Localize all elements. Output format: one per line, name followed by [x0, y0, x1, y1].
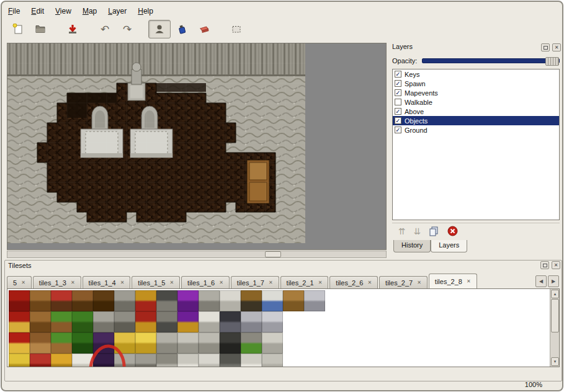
tile-2-11[interactable]	[241, 332, 262, 354]
tile-2-12[interactable]	[262, 332, 283, 354]
tile-2-3[interactable]	[72, 332, 93, 354]
tileset-tab-tiles_2_1[interactable]: tiles_2_1✕	[280, 276, 329, 288]
tile-0-9[interactable]	[199, 290, 220, 311]
fill-tool-button[interactable]	[171, 20, 193, 38]
tab-scroll-left-button[interactable]: ◀	[535, 275, 547, 287]
tile-0-0[interactable]	[9, 290, 30, 311]
tileset-tab-tiles_1_5[interactable]: tiles_1_5✕	[132, 276, 180, 288]
tab-scroll-right-button[interactable]: ▶	[548, 275, 559, 287]
tile-1-0[interactable]	[9, 311, 30, 332]
layer-row-keys[interactable]: ✓Keys	[393, 69, 559, 79]
tileset-tab-5[interactable]: 5✕	[7, 276, 32, 288]
tileset-tab-tiles_2_8[interactable]: tiles_2_8✕	[429, 274, 477, 288]
tileset-tab-tiles_2_6[interactable]: tiles_2_6✕	[329, 276, 378, 288]
tab-close-icon[interactable]: ✕	[417, 280, 421, 285]
layer-row-above[interactable]: ✓Above	[393, 107, 559, 116]
tile-3-3[interactable]	[72, 354, 93, 367]
menu-view[interactable]: View	[55, 7, 71, 16]
tile-0-11[interactable]	[241, 290, 262, 311]
menu-layer[interactable]: Layer	[108, 7, 127, 16]
opacity-slider-handle[interactable]	[545, 57, 559, 66]
delete-layer-button[interactable]	[447, 226, 458, 236]
tile-0-12[interactable]	[262, 290, 283, 311]
tile-1-9[interactable]	[199, 311, 220, 332]
tile-3-13[interactable]	[283, 354, 304, 367]
tile-0-2[interactable]	[51, 290, 72, 311]
tile-3-8[interactable]	[177, 354, 199, 367]
tileset-tab-tiles_2_7[interactable]: tiles_2_7✕	[379, 276, 427, 288]
layer-visibility-checkbox[interactable]: ✓	[395, 80, 401, 87]
tileset-tab-tiles_1_7[interactable]: tiles_1_7✕	[231, 276, 279, 288]
layer-visibility-checkbox[interactable]: ✓	[395, 89, 401, 96]
layer-row-objects[interactable]: ✓Objects	[393, 116, 559, 125]
tileset-tab-tiles_1_6[interactable]: tiles_1_6✕	[181, 276, 230, 288]
tile-1-10[interactable]	[220, 311, 241, 332]
tile-0-14[interactable]	[304, 290, 325, 311]
tile-0-7[interactable]	[156, 290, 177, 311]
tile-2-0[interactable]	[9, 332, 30, 354]
eraser-tool-button[interactable]	[193, 20, 215, 38]
tile-3-1[interactable]	[30, 354, 51, 367]
tab-close-icon[interactable]: ✕	[169, 280, 174, 285]
tab-close-icon[interactable]: ✕	[367, 280, 372, 285]
save-button[interactable]	[61, 20, 84, 38]
tile-3-5[interactable]	[114, 354, 135, 367]
tile-2-8[interactable]	[177, 332, 199, 354]
tileset-grid[interactable]	[9, 290, 326, 367]
menu-edit[interactable]: Edit	[31, 7, 44, 16]
tile-1-7[interactable]	[156, 311, 177, 332]
tile-3-2[interactable]	[51, 354, 72, 367]
select-tool-button[interactable]	[225, 20, 248, 38]
tile-3-10[interactable]	[220, 354, 241, 367]
layer-visibility-checkbox[interactable]: ✓	[395, 127, 401, 133]
tile-1-12[interactable]	[262, 311, 283, 332]
opacity-slider[interactable]	[422, 58, 560, 63]
layer-visibility-checkbox[interactable]: ✓	[395, 108, 401, 115]
tile-3-11[interactable]	[241, 354, 262, 367]
tab-close-icon[interactable]: ✕	[120, 280, 125, 285]
tile-0-4[interactable]	[93, 290, 114, 311]
menu-map[interactable]: Map	[83, 7, 97, 16]
tileset-scrollbar-thumb[interactable]	[551, 299, 559, 332]
tile-0-13[interactable]	[283, 290, 304, 311]
tile-1-11[interactable]	[241, 311, 262, 332]
tile-0-3[interactable]	[72, 290, 93, 311]
tile-1-6[interactable]	[135, 311, 156, 332]
map-canvas-area[interactable]	[7, 43, 387, 250]
undo-button[interactable]: ↶	[94, 20, 116, 38]
tile-3-14[interactable]	[304, 354, 325, 367]
tile-1-2[interactable]	[51, 311, 72, 332]
place-object-tool-button[interactable]	[148, 20, 171, 38]
panel-tab-history[interactable]: History	[393, 240, 431, 252]
tileset-vertical-scrollbar[interactable]: ▲ ▼	[550, 289, 559, 367]
tile-2-5[interactable]	[114, 332, 135, 354]
move-layer-up-button[interactable]: ⇈	[398, 227, 406, 236]
open-file-button[interactable]	[29, 20, 51, 38]
tile-2-14[interactable]	[304, 332, 325, 354]
tile-2-9[interactable]	[199, 332, 220, 354]
tile-3-7[interactable]	[156, 354, 177, 367]
menu-help[interactable]: Help	[138, 7, 153, 16]
tab-close-icon[interactable]: ✕	[467, 279, 471, 284]
tile-2-7[interactable]	[156, 332, 177, 354]
tab-close-icon[interactable]: ✕	[71, 280, 75, 285]
tile-1-8[interactable]	[177, 311, 199, 332]
move-layer-down-button[interactable]: ⇊	[414, 227, 421, 236]
layer-visibility-checkbox[interactable]: ✓	[395, 117, 401, 124]
tile-3-0[interactable]	[9, 354, 30, 367]
tile-2-10[interactable]	[220, 332, 241, 354]
tileset-tab-tiles_1_3[interactable]: tiles_1_3✕	[33, 276, 81, 288]
tab-close-icon[interactable]: ✕	[318, 280, 323, 285]
redo-button[interactable]: ↷	[116, 20, 138, 38]
tile-1-1[interactable]	[30, 311, 51, 332]
duplicate-layer-button[interactable]	[429, 226, 439, 236]
tile-2-1[interactable]	[30, 332, 51, 354]
layer-row-spawn[interactable]: ✓Spawn	[393, 79, 559, 88]
panel-tab-layers[interactable]: Layers	[431, 240, 467, 252]
panel-float-button[interactable]	[540, 261, 549, 269]
tile-3-6[interactable]	[135, 354, 156, 367]
layer-row-ground[interactable]: ✓Ground	[393, 125, 559, 135]
layer-visibility-checkbox[interactable]	[395, 99, 401, 105]
tile-2-2[interactable]	[51, 332, 72, 354]
tileset-view[interactable]: ▲ ▼	[7, 288, 560, 367]
